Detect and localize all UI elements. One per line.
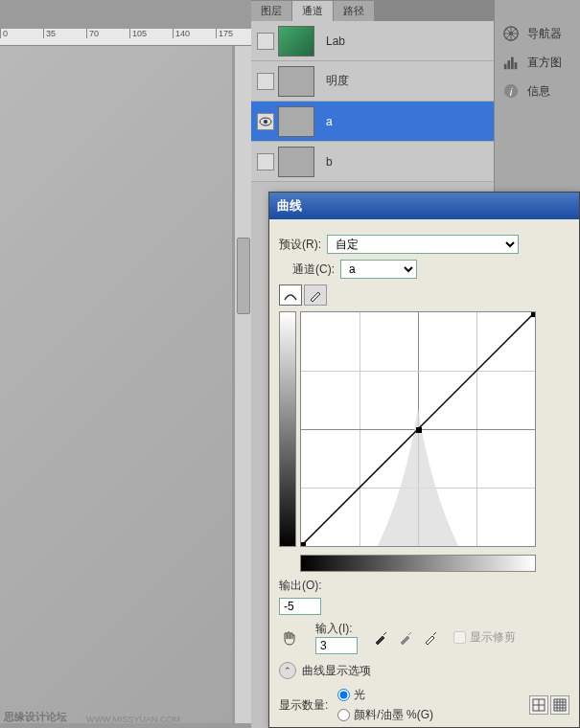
tab-channels[interactable]: 通道 — [292, 1, 334, 21]
grid-16-icon — [553, 698, 567, 712]
output-label: 输出(O): — [279, 578, 322, 594]
navigator-panel-button[interactable]: 导航器 — [495, 19, 580, 48]
horizontal-ruler: 0 35 70 105 140 175 — [0, 29, 251, 46]
info-label: 信息 — [527, 83, 550, 100]
grid-simple-button[interactable] — [529, 695, 548, 715]
channel-thumbnail — [278, 26, 314, 57]
preset-label: 预设(R): — [279, 237, 321, 253]
input-label: 输入(I): — [315, 622, 353, 635]
eyedropper-icon — [373, 630, 388, 646]
ruler-tick: 140 — [173, 29, 190, 38]
dialog-title[interactable]: 曲线 — [269, 193, 579, 219]
watermark-text: 思缘设计论坛 — [4, 710, 67, 724]
canvas-area: 0 35 70 105 140 175 思缘设计论坛 WWW.MISSYUAN.… — [0, 0, 251, 728]
svg-rect-17 — [301, 542, 306, 546]
hand-icon — [281, 629, 300, 647]
curve-tool-button[interactable] — [279, 284, 302, 306]
curve-icon — [283, 288, 298, 302]
pencil-tool-button[interactable] — [304, 284, 327, 306]
svg-rect-8 — [504, 64, 507, 69]
vertical-scrollbar[interactable] — [234, 46, 251, 723]
ruler-tick: 0 — [0, 29, 8, 38]
ruler-tick: 105 — [129, 29, 147, 38]
channel-label: 通道(C): — [292, 262, 335, 278]
image-canvas[interactable] — [0, 46, 232, 723]
tab-paths[interactable]: 路径 — [334, 1, 375, 21]
channel-thumbnail — [278, 147, 314, 177]
channel-select[interactable]: a — [340, 260, 417, 279]
info-icon: i — [502, 82, 520, 100]
right-icon-panel: 导航器 直方图 i 信息 — [494, 0, 580, 192]
channel-thumbnail — [278, 66, 314, 97]
svg-rect-10 — [511, 57, 514, 70]
white-eyedropper-button[interactable] — [421, 628, 440, 648]
curve-graph[interactable] — [300, 311, 536, 547]
visibility-toggle[interactable] — [257, 153, 274, 171]
histogram-panel-button[interactable]: 直方图 — [495, 48, 580, 77]
ruler-tick: 175 — [216, 29, 233, 38]
ruler-tick: 70 — [86, 29, 99, 38]
scroll-thumb[interactable] — [237, 238, 250, 314]
curve-svg — [301, 312, 535, 546]
svg-text:i: i — [510, 85, 513, 98]
visibility-toggle[interactable] — [257, 33, 274, 50]
disclosure-button[interactable]: ⌃ — [279, 662, 296, 679]
visibility-toggle[interactable] — [257, 113, 274, 130]
svg-point-1 — [264, 120, 267, 124]
info-panel-button[interactable]: i 信息 — [495, 77, 580, 105]
pencil-icon — [309, 288, 322, 302]
ruler-tick: 35 — [43, 29, 56, 38]
svg-rect-18 — [531, 312, 535, 317]
amount-label: 显示数量: — [279, 697, 328, 714]
horizontal-gradient — [300, 555, 536, 572]
target-adjust-button[interactable] — [279, 627, 302, 648]
svg-rect-11 — [515, 62, 518, 69]
svg-rect-16 — [416, 427, 422, 433]
visibility-toggle[interactable] — [257, 73, 274, 90]
output-input[interactable] — [279, 598, 321, 615]
radio-light[interactable]: 光 — [337, 687, 433, 703]
preset-select[interactable]: 自定 — [327, 235, 519, 254]
curves-dialog: 曲线 预设(R): 自定 通道(C): a — [268, 192, 580, 728]
eyedropper-icon — [423, 630, 438, 646]
radio-ink[interactable]: 颜料/油墨 %(G) — [337, 707, 433, 723]
vertical-gradient — [279, 311, 296, 547]
eyedropper-group — [371, 628, 440, 648]
grid-detailed-button[interactable] — [550, 695, 569, 715]
input-input[interactable] — [315, 637, 358, 654]
channel-thumbnail — [278, 106, 314, 137]
black-eyedropper-button[interactable] — [371, 628, 390, 648]
eyedropper-icon — [398, 630, 413, 646]
histogram-label: 直方图 — [527, 55, 562, 71]
tab-layers[interactable]: 图层 — [251, 1, 292, 21]
grid-4-icon — [532, 698, 545, 712]
gray-eyedropper-button[interactable] — [396, 628, 415, 648]
histogram-icon — [502, 54, 520, 71]
wheel-icon — [502, 25, 520, 42]
navigator-label: 导航器 — [527, 26, 562, 42]
svg-rect-9 — [507, 60, 510, 69]
watermark-url: WWW.MISSYUAN.COM — [86, 715, 180, 724]
show-clipping-checkbox[interactable]: 显示修剪 — [453, 629, 516, 646]
eye-icon — [259, 117, 272, 126]
curve-editor — [279, 311, 569, 547]
disclosure-label: 曲线显示选项 — [302, 663, 371, 679]
